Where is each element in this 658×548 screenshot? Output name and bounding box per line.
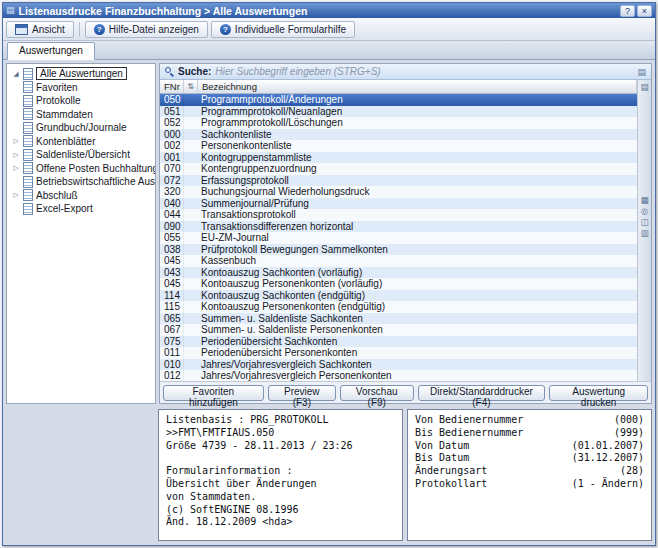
report-row[interactable]: 114Kontoauszug Sachkonten (endgültig) (160, 290, 637, 302)
report-fnr: 115 (160, 301, 184, 313)
report-row-spacer (184, 244, 197, 256)
report-row[interactable]: 050Programmprotokoll/Änderungen (160, 94, 637, 106)
report-name: Buchungsjournal Wiederholungsdruck (197, 186, 637, 198)
report-row[interactable]: 011Periodenübersicht Personenkonten (160, 347, 637, 359)
report-row[interactable]: 115Kontoauszug Personenkonten (endgültig… (160, 301, 637, 313)
report-row-spacer (184, 106, 197, 118)
param-value: (01.01.2007) (572, 440, 644, 453)
report-row[interactable]: 051Programmprotokoll/Neuanlagen (160, 106, 637, 118)
auswertung-drucken-button[interactable]: Auswertung drucken (549, 385, 648, 401)
individuelle-formularhilfe-button[interactable]: ? Individuelle Formularhilfe (211, 21, 355, 38)
param-row: Bis Bedienernummer(999) (415, 427, 644, 440)
close-button[interactable]: × (637, 5, 652, 17)
report-fnr: 114 (160, 290, 184, 302)
report-row[interactable]: 070Kontengruppenzuordnung (160, 163, 637, 175)
report-row[interactable]: 001Kontogruppenstammliste (160, 152, 637, 164)
tree-item-favoriten[interactable]: Favoriten (7, 81, 155, 95)
report-row[interactable]: 055EU-ZM-Journal (160, 232, 637, 244)
table-area: FNr ⇅ Bezeichnung 050Programmprotokoll/Ä… (160, 80, 651, 381)
tree-item-saldenliste-ubersicht[interactable]: ▷Saldenliste/Übersicht (7, 148, 155, 162)
report-row[interactable]: 002Personenkontenliste (160, 140, 637, 152)
tree-item-kontenblatter[interactable]: ▷Kontenblätter (7, 135, 155, 149)
report-row-spacer (184, 129, 197, 141)
search-label: Suche: (178, 66, 211, 77)
tab-auswertungen[interactable]: Auswertungen (7, 42, 95, 60)
form-info-line: Formularinformation : (166, 465, 395, 478)
tree-item-betriebswirtschaftliche-auswertungen[interactable]: Betriebswirtschaftliche Auswertungen (7, 175, 155, 189)
hilfe-datei-anzeigen-button[interactable]: ? Hilfe-Datei anzeigen (85, 21, 208, 38)
report-fnr: 044 (160, 209, 184, 221)
columns-icon[interactable]: ◫ (640, 217, 648, 228)
tree-item-alle-auswertungen[interactable]: ◢Alle Auswertungen (7, 67, 155, 81)
report-name: Programmprotokoll/Änderungen (197, 94, 637, 106)
param-label: Änderungsart (415, 465, 487, 478)
search-icon (165, 67, 174, 76)
report-fnr: 040 (160, 198, 184, 210)
preview-icon[interactable]: ◎ (641, 206, 648, 217)
report-row[interactable]: 000Sachkontenliste (160, 129, 637, 141)
report-row[interactable]: 090Transaktionsdifferenzen horizontal (160, 221, 637, 233)
report-fnr: 045 (160, 278, 184, 290)
ansicht-button[interactable]: Ansicht (6, 21, 74, 38)
report-row[interactable]: 065Summen- u. Saldenliste Sachkonten (160, 313, 637, 325)
direkt-standarddrucker-f4-button[interactable]: Direkt/Standarddrucker (F4) (418, 385, 546, 401)
form-info-panel: Listenbasis : PRG_PROTOKOLL>>FMT\FMTFIAU… (158, 409, 403, 541)
tab-bar: Auswertungen (3, 41, 655, 60)
tree-item-abschlus[interactable]: ▷Abschluß (7, 189, 155, 203)
report-row[interactable]: 044Transaktionsprotokoll (160, 209, 637, 221)
details-icon[interactable]: ▥ (640, 228, 648, 239)
table-header: FNr ⇅ Bezeichnung (160, 80, 637, 94)
column-bezeichnung[interactable]: Bezeichnung (198, 80, 637, 93)
report-row[interactable]: 038Prüfprotokoll Bewegungen Sammelkonten (160, 244, 637, 256)
report-row[interactable]: 075Periodenübersicht Sachkonten (160, 336, 637, 348)
hilfe-datei-label: Hilfe-Datei anzeigen (109, 24, 199, 35)
tree-item-excel-export[interactable]: Excel-Export (7, 202, 155, 216)
tree-item-protokolle[interactable]: Protokolle (7, 94, 155, 108)
collapsed-triangle-icon[interactable]: ▷ (12, 152, 20, 159)
collapsed-triangle-icon[interactable]: ▷ (12, 138, 20, 145)
tree-item-grundbuch-journale[interactable]: Grundbuch/Journale (7, 121, 155, 135)
param-value: (999) (614, 427, 644, 440)
report-row[interactable]: 052Programmprotokoll/Löschungen (160, 117, 637, 129)
report-row-spacer (184, 324, 197, 336)
actions-row: Favoriten hinzufügenPreview (F3)Vorschau… (160, 381, 651, 403)
tree-item-stammdaten[interactable]: Stammdaten (7, 108, 155, 122)
report-table: FNr ⇅ Bezeichnung 050Programmprotokoll/Ä… (160, 80, 637, 381)
report-row[interactable]: 010Jahres/Vorjahresvergleich Sachkonten (160, 359, 637, 371)
report-row[interactable]: 043Kontoauszug Sachkonten (vorläufig) (160, 267, 637, 279)
expanded-triangle-icon[interactable]: ◢ (12, 71, 20, 78)
collapsed-triangle-icon[interactable]: ▷ (12, 165, 20, 172)
search-input[interactable] (215, 66, 633, 77)
collapsed-triangle-icon[interactable]: ▷ (12, 192, 20, 199)
param-row: Von Datum(01.01.2007) (415, 440, 644, 453)
tree-item-label: Saldenliste/Übersicht (36, 149, 130, 160)
export-icon[interactable]: ▤ (637, 67, 646, 77)
column-fnr[interactable]: FNr (160, 80, 184, 93)
preview-f3-button[interactable]: Preview (F3) (268, 385, 336, 401)
report-row[interactable]: 067Summen- u. Saldenliste Personenkonten (160, 324, 637, 336)
report-row[interactable]: 045Kassenbuch (160, 255, 637, 267)
report-row-spacer (184, 163, 197, 175)
tree-item-label: Grundbuch/Journale (36, 122, 127, 133)
tree-item-offene-posten-buchhaltung[interactable]: ▷Offene Posten Buchhaltung (7, 162, 155, 176)
report-row[interactable]: 040Summenjournal/Prüfung (160, 198, 637, 210)
list-view-icon[interactable]: ▦ (640, 195, 648, 206)
report-row-spacer (184, 198, 197, 210)
report-row-spacer (184, 290, 197, 302)
form-page-icon[interactable]: ▤ (640, 82, 648, 93)
report-row[interactable]: 320Buchungsjournal Wiederholungsdruck (160, 186, 637, 198)
report-name: Kontoauszug Personenkonten (vorläufig) (197, 278, 637, 290)
favoriten-hinzufugen-button[interactable]: Favoriten hinzufügen (163, 385, 264, 401)
window-help-button[interactable]: ? (620, 5, 635, 17)
tree-item-label: Offene Posten Buchhaltung (36, 163, 156, 174)
report-row[interactable]: 045Kontoauszug Personenkonten (vorläufig… (160, 278, 637, 290)
report-fnr: 045 (160, 255, 184, 267)
report-name: Transaktionsprotokoll (197, 209, 637, 221)
report-name: Kontoauszug Sachkonten (endgültig) (197, 290, 637, 302)
report-fnr: 075 (160, 336, 184, 348)
report-row[interactable]: 012Jahres/Vorjahresvergleich Personenkon… (160, 370, 637, 381)
param-label: Bis Datum (415, 452, 469, 465)
report-row[interactable]: 072Erfassungsprotokoll (160, 175, 637, 187)
vorschau-f9-button[interactable]: Vorschau (F9) (340, 385, 414, 401)
sort-icon[interactable]: ⇅ (184, 80, 198, 93)
